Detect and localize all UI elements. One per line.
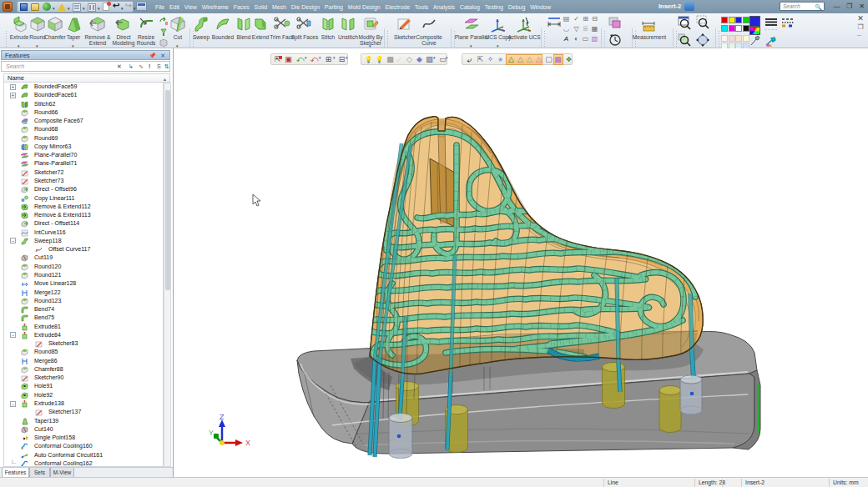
svg-text:Z: Z — [220, 413, 225, 421]
svg-text:X: X — [245, 439, 250, 447]
svg-text:Y: Y — [209, 429, 214, 437]
